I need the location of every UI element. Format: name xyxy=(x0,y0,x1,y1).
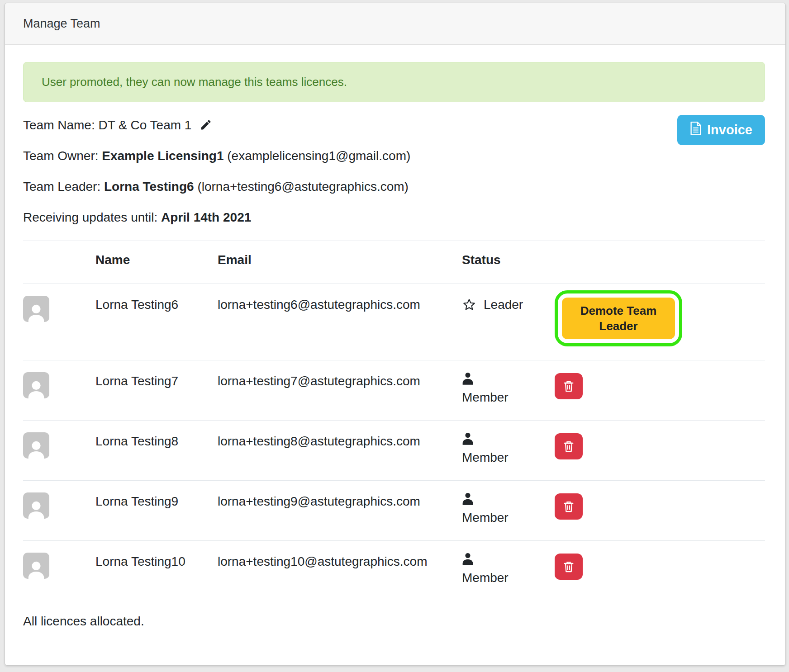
table-row: Lorna Testing10 lorna+testing10@astutegr… xyxy=(23,541,765,601)
team-name-line: Team Name: DT & Co Team 1 xyxy=(23,118,765,133)
member-email: lorna+testing9@astutegraphics.com xyxy=(218,481,462,541)
avatar xyxy=(23,553,49,579)
updates-until-line: Receiving updates until: April 14th 2021 xyxy=(23,210,765,225)
avatar xyxy=(23,492,49,519)
person-icon xyxy=(462,553,474,566)
table-row: Lorna Testing8 lorna+testing8@astutegrap… xyxy=(23,421,765,481)
status-column-header: Status xyxy=(462,241,555,284)
status-label: Member xyxy=(462,511,509,525)
team-leader-label: Team Leader: xyxy=(23,180,100,194)
licences-note: All licences allocated. xyxy=(23,614,765,629)
star-icon xyxy=(462,298,476,312)
demote-team-leader-button[interactable]: Demote Team Leader xyxy=(562,298,675,339)
card-header: Manage Team xyxy=(5,3,785,45)
invoice-button[interactable]: Invoice xyxy=(677,115,765,145)
name-column-header: Name xyxy=(95,241,218,284)
page-title: Manage Team xyxy=(23,17,100,30)
action-column-header xyxy=(555,241,765,284)
member-email: lorna+testing8@astutegraphics.com xyxy=(218,421,462,481)
person-icon xyxy=(462,372,474,386)
table-row: Lorna Testing6 lorna+testing6@astutegrap… xyxy=(23,284,765,360)
team-leader-name: Lorna Testing6 xyxy=(104,180,194,194)
team-owner-label: Team Owner: xyxy=(23,149,99,163)
delete-member-button[interactable] xyxy=(555,554,583,580)
team-owner-email: (examplelicensing1@gmail.com) xyxy=(227,149,410,163)
person-icon xyxy=(462,432,474,446)
avatar xyxy=(23,432,49,459)
avatar xyxy=(23,372,49,398)
avatar xyxy=(23,296,49,322)
member-name: Lorna Testing9 xyxy=(95,481,218,541)
success-alert: User promoted, they can now manage this … xyxy=(23,62,765,102)
avatar-column-header xyxy=(23,241,95,284)
table-header-row: Name Email Status xyxy=(23,241,765,284)
status-member: Member xyxy=(462,432,555,467)
delete-member-button[interactable] xyxy=(555,373,583,399)
delete-member-button[interactable] xyxy=(555,433,583,459)
status-member: Member xyxy=(462,372,555,407)
status-member: Member xyxy=(462,492,555,527)
invoice-button-label: Invoice xyxy=(707,123,752,137)
person-icon xyxy=(462,492,474,506)
status-label: Leader xyxy=(484,296,523,314)
member-email: lorna+testing10@astutegraphics.com xyxy=(218,541,462,601)
delete-member-button[interactable] xyxy=(555,493,583,520)
status-member: Member xyxy=(462,553,555,587)
team-info-section: Invoice Team Name: DT & Co Team 1 Team O… xyxy=(23,118,765,225)
team-name-label: Team Name: xyxy=(23,118,95,132)
team-leader-email: (lorna+testing6@astutegraphics.com) xyxy=(197,180,409,194)
status-label: Member xyxy=(462,450,509,464)
updates-until-label: Receiving updates until: xyxy=(23,210,157,224)
team-owner-name: Example Licensing1 xyxy=(102,149,223,163)
card-body: User promoted, they can now manage this … xyxy=(5,45,785,647)
status-label: Member xyxy=(462,571,509,585)
members-table: Name Email Status Lorna Testing6 lorna+t… xyxy=(23,241,765,601)
member-email: lorna+testing7@astutegraphics.com xyxy=(218,360,462,421)
status-leader: Leader xyxy=(462,296,555,314)
email-column-header: Email xyxy=(218,241,462,284)
manage-team-card: Manage Team User promoted, they can now … xyxy=(5,3,786,666)
status-label: Member xyxy=(462,390,509,404)
member-name: Lorna Testing8 xyxy=(95,421,218,481)
success-alert-message: User promoted, they can now manage this … xyxy=(42,75,347,89)
edit-team-name-pencil-icon[interactable] xyxy=(200,118,212,131)
highlight-ring: Demote Team Leader xyxy=(555,290,682,346)
team-leader-line: Team Leader: Lorna Testing6 (lorna+testi… xyxy=(23,179,765,194)
member-name: Lorna Testing10 xyxy=(95,541,218,601)
team-name-value: DT & Co Team 1 xyxy=(99,118,192,132)
team-owner-line: Team Owner: Example Licensing1 (examplel… xyxy=(23,148,765,164)
table-row: Lorna Testing7 lorna+testing7@astutegrap… xyxy=(23,360,765,421)
table-row: Lorna Testing9 lorna+testing9@astutegrap… xyxy=(23,481,765,541)
member-email: lorna+testing6@astutegraphics.com xyxy=(218,284,462,360)
invoice-document-icon xyxy=(690,122,702,138)
member-name: Lorna Testing6 xyxy=(95,284,218,360)
member-name: Lorna Testing7 xyxy=(95,360,218,421)
updates-until-date: April 14th 2021 xyxy=(161,210,251,224)
